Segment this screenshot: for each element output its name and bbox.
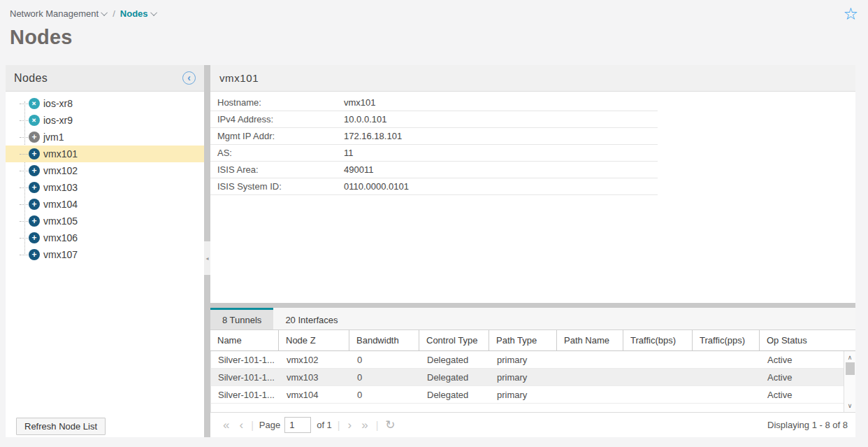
chevron-down-icon <box>150 9 157 16</box>
detail-tabs: 8 Tunnels 20 Interfaces <box>210 308 855 329</box>
tunnels-table-header: Name Node Z Bandwidth Control Type Path … <box>210 329 855 351</box>
tree-item-label: vmx101 <box>43 148 78 159</box>
column-header-control-type[interactable]: Control Type <box>419 330 489 350</box>
cell-control-type: Delegated <box>420 369 490 385</box>
table-row[interactable]: Silver-101-1... vmx104 0 Delegated prima… <box>211 386 844 404</box>
tree-item-label: vmx104 <box>43 199 78 210</box>
breadcrumb-label: Network Management <box>10 8 99 19</box>
cell-bandwidth: 0 <box>350 351 420 368</box>
table-row[interactable]: Silver-101-1... vmx102 0 Delegated prima… <box>211 351 844 369</box>
cell-traffic-bps <box>624 369 693 385</box>
cell-control-type: Delegated <box>420 351 490 368</box>
juniper-node-icon: + <box>29 148 40 159</box>
displaying-status: Displaying 1 - 8 of 8 <box>767 420 848 430</box>
first-page-icon[interactable]: « <box>223 419 229 431</box>
previous-page-icon[interactable]: ‹ <box>239 419 243 431</box>
tab-label: 20 Interfaces <box>285 315 338 325</box>
table-rows: Silver-101-1... vmx102 0 Delegated prima… <box>211 351 844 404</box>
vertical-splitter[interactable]: ◂ <box>204 65 210 437</box>
cell-path-type: primary <box>490 369 558 385</box>
detail-row-isis-area: ISIS Area: 490011 <box>210 162 658 178</box>
breadcrumb-label: Nodes <box>120 8 148 19</box>
column-header-path-name[interactable]: Path Name <box>557 330 623 350</box>
tab-tunnels[interactable]: 8 Tunnels <box>210 308 273 329</box>
tree-item-label: ios-xr8 <box>43 98 73 109</box>
breadcrumb-nodes[interactable]: Nodes <box>120 8 157 19</box>
field-label: ISIS Area: <box>210 164 344 175</box>
column-header-node-z[interactable]: Node Z <box>279 330 349 350</box>
detail-row-ipv4: IPv4 Address: 10.0.0.101 <box>210 111 658 128</box>
column-header-bandwidth[interactable]: Bandwidth <box>349 330 419 350</box>
cell-name: Silver-101-1... <box>211 369 280 385</box>
cell-op-status: Active <box>760 369 844 385</box>
tab-label: 8 Tunnels <box>222 315 261 325</box>
next-page-icon[interactable]: › <box>347 419 352 431</box>
horizontal-splitter[interactable] <box>210 303 855 308</box>
column-header-op-status[interactable]: Op Status <box>760 330 844 350</box>
cell-traffic-pps <box>693 351 760 368</box>
detail-panel-title: vmx101 <box>219 72 259 84</box>
field-label: Hostname: <box>210 97 344 108</box>
tree-item-label: jvm1 <box>43 132 64 143</box>
page-number-input[interactable] <box>284 417 311 433</box>
tree-item-ios-xr9[interactable]: + ios-xr9 <box>6 112 204 129</box>
scrollbar-thumb[interactable] <box>846 362 855 375</box>
cisco-node-icon: + <box>29 115 40 126</box>
table-row[interactable]: Silver-101-1... vmx103 0 Delegated prima… <box>211 369 844 386</box>
field-label: Mgmt IP Addr: <box>210 131 344 141</box>
last-page-icon[interactable]: » <box>361 419 368 431</box>
detail-row-mgmt-ip: Mgmt IP Addr: 172.16.18.101 <box>210 128 658 145</box>
column-header-traffic-bps[interactable]: Traffic(bps) <box>623 330 693 350</box>
column-header-traffic-pps[interactable]: Traffic(pps) <box>693 330 760 350</box>
tree-item-vmx105[interactable]: + vmx105 <box>6 213 204 229</box>
favorite-star-icon[interactable]: ☆ <box>843 6 858 22</box>
column-header-path-type[interactable]: Path Type <box>489 330 557 350</box>
collapse-panel-icon[interactable]: ‹ <box>182 71 196 85</box>
detail-row-hostname: Hostname: vmx101 <box>210 94 658 111</box>
cell-control-type: Delegated <box>420 386 490 403</box>
field-value: 490011 <box>344 164 373 175</box>
cell-traffic-bps <box>624 386 693 403</box>
node-detail-panel: vmx101 Hostname: vmx101 IPv4 Address: 10… <box>210 65 855 437</box>
refresh-table-icon[interactable]: ↻ <box>385 418 395 432</box>
tree-item-vmx103[interactable]: + vmx103 <box>6 179 204 196</box>
tree-item-jvm1[interactable]: + jvm1 <box>6 129 204 146</box>
table-scrollbar[interactable]: ∧ ∨ <box>844 351 855 412</box>
tree-item-vmx107[interactable]: + vmx107 <box>6 246 204 263</box>
field-value: 11 <box>344 148 354 158</box>
cell-bandwidth: 0 <box>350 369 420 385</box>
refresh-node-list-button[interactable]: Refresh Node List <box>16 418 106 435</box>
generic-node-icon: + <box>29 132 40 143</box>
node-tree: + ios-xr8 + ios-xr9 + jvm1 + vmx101 <box>6 92 204 437</box>
splitter-collapse-handle[interactable]: ◂ <box>204 241 210 275</box>
tab-interfaces[interactable]: 20 Interfaces <box>273 308 349 329</box>
field-value: 10.0.0.101 <box>344 114 386 125</box>
pagination-bar: « ‹ | Page of 1 | › » | ↻ Displaying 1 -… <box>210 412 855 437</box>
nodes-panel-header: Nodes ‹ <box>6 65 204 92</box>
breadcrumb-network-management[interactable]: Network Management <box>10 8 108 19</box>
cisco-node-icon: + <box>29 98 40 109</box>
top-bar: Network Management / Nodes ☆ Nodes <box>0 0 868 65</box>
cell-path-name <box>558 351 624 368</box>
tree-item-vmx102[interactable]: + vmx102 <box>6 162 204 179</box>
tree-item-ios-xr8[interactable]: + ios-xr8 <box>6 95 204 112</box>
scroll-down-icon[interactable]: ∨ <box>848 401 853 411</box>
cell-op-status: Active <box>760 386 844 403</box>
detail-panel-header: vmx101 <box>210 65 855 92</box>
main-split-area: Nodes ‹ + ios-xr8 + ios-xr9 + jvm1 <box>6 65 855 437</box>
tree-item-vmx104[interactable]: + vmx104 <box>6 196 204 213</box>
scroll-up-icon[interactable]: ∧ <box>848 353 853 362</box>
breadcrumb: Network Management / Nodes <box>10 8 858 19</box>
cell-path-name <box>558 369 624 385</box>
tree-item-vmx106[interactable]: + vmx106 <box>6 229 204 246</box>
cell-node-z: vmx103 <box>280 369 350 385</box>
tunnels-table-body: Silver-101-1... vmx102 0 Delegated prima… <box>210 351 855 412</box>
field-value: 172.16.18.101 <box>344 131 402 141</box>
tree-item-vmx101[interactable]: + vmx101 <box>6 146 204 162</box>
breadcrumb-separator: / <box>113 8 115 19</box>
column-header-name[interactable]: Name <box>210 330 279 350</box>
cell-path-type: primary <box>490 386 558 403</box>
chevron-down-icon <box>101 9 108 16</box>
detail-fields: Hostname: vmx101 IPv4 Address: 10.0.0.10… <box>210 92 855 303</box>
juniper-node-icon: + <box>29 165 40 176</box>
